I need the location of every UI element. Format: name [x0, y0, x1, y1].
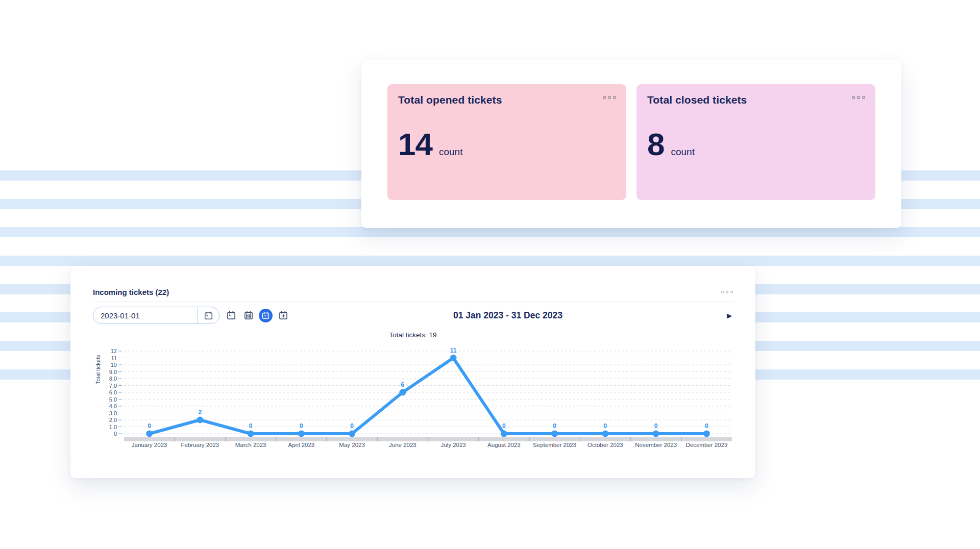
divider	[93, 301, 733, 302]
calendar-view-switcher	[224, 309, 290, 322]
incoming-card-header: Incoming tickets (22)	[93, 266, 733, 301]
stats-panel: Total opened tickets 14 count Total clos…	[361, 60, 901, 228]
stat-value-row: 8 count	[647, 129, 865, 160]
svg-text:March 2023: March 2023	[235, 442, 266, 448]
svg-text:0: 0	[604, 422, 607, 430]
line-chart: 1211109.08.07.06.05.04.03.02.01.00Total …	[93, 343, 733, 452]
svg-text:0: 0	[114, 431, 117, 437]
ellipsis-menu-icon[interactable]	[852, 94, 865, 101]
incoming-tickets-card: Incoming tickets (22)	[70, 266, 755, 478]
svg-text:0: 0	[502, 422, 506, 430]
svg-text:January 2023: January 2023	[132, 442, 167, 448]
svg-text:5.0: 5.0	[109, 396, 117, 403]
date-input[interactable]	[93, 311, 197, 320]
svg-text:2: 2	[199, 409, 202, 416]
svg-text:Total tickets: Total tickets	[95, 355, 101, 384]
next-period-arrow-icon[interactable]: ▶	[726, 312, 733, 319]
stat-value: 8	[647, 129, 664, 160]
svg-text:April 2023: April 2023	[288, 442, 314, 448]
svg-text:0: 0	[350, 422, 354, 430]
svg-text:0: 0	[148, 422, 151, 430]
svg-text:2.0: 2.0	[109, 417, 117, 423]
svg-text:0: 0	[249, 422, 253, 430]
svg-text:12: 12	[111, 348, 117, 354]
chart-controls-row: 01 Jan 2023 - 31 Dec 2023 ▶	[93, 306, 733, 325]
chart-area: 1211109.08.07.06.05.04.03.02.01.00Total …	[93, 343, 733, 454]
svg-text:11: 11	[111, 355, 117, 361]
calendar-add-icon[interactable]	[276, 309, 290, 322]
ellipsis-menu-icon[interactable]	[721, 289, 733, 295]
calendar-icon[interactable]	[198, 310, 219, 321]
calendar-day-icon[interactable]	[224, 309, 238, 322]
svg-text:6.0: 6.0	[109, 389, 117, 395]
svg-text:11: 11	[450, 347, 457, 354]
svg-text:6: 6	[401, 381, 405, 388]
svg-text:0: 0	[553, 422, 556, 430]
svg-text:1.0: 1.0	[109, 424, 117, 430]
svg-text:10: 10	[111, 362, 117, 368]
stat-card-closed: Total closed tickets 8 count	[636, 84, 875, 200]
svg-text:May 2023: May 2023	[339, 442, 365, 448]
calendar-week-icon[interactable]	[241, 309, 255, 322]
svg-text:9.0: 9.0	[109, 369, 117, 375]
svg-text:0: 0	[654, 422, 658, 430]
stat-card-header: Total closed tickets	[647, 94, 865, 106]
stat-value-row: 14 count	[398, 129, 616, 160]
incoming-card-title: Incoming tickets (22)	[93, 288, 169, 296]
svg-text:4.0: 4.0	[109, 403, 117, 409]
stat-card-title: Total closed tickets	[647, 94, 747, 106]
chart-subtitle: Total tickets: 19	[93, 331, 733, 341]
stat-unit-label: count	[439, 146, 462, 158]
svg-text:3.0: 3.0	[109, 410, 117, 416]
stat-card-opened: Total opened tickets 14 count	[387, 84, 626, 200]
stat-card-header: Total opened tickets	[398, 94, 616, 106]
calendar-month-icon[interactable]	[259, 309, 273, 322]
svg-text:7.0: 7.0	[109, 383, 117, 389]
svg-text:October 2023: October 2023	[587, 442, 623, 448]
date-range-title: 01 Jan 2023 - 31 Dec 2023	[290, 310, 726, 321]
svg-text:June 2023: June 2023	[389, 442, 416, 448]
stat-card-title: Total opened tickets	[398, 94, 502, 106]
svg-text:August 2023: August 2023	[487, 442, 521, 448]
date-picker	[93, 307, 219, 324]
svg-text:December 2023: December 2023	[685, 442, 727, 448]
svg-text:February 2023: February 2023	[181, 442, 219, 448]
stat-value: 14	[398, 129, 432, 160]
svg-text:8.0: 8.0	[109, 376, 117, 382]
svg-text:0: 0	[705, 422, 708, 430]
svg-text:September 2023: September 2023	[533, 442, 576, 448]
svg-text:November 2023: November 2023	[635, 442, 677, 448]
svg-text:0: 0	[300, 422, 303, 430]
ellipsis-menu-icon[interactable]	[603, 94, 616, 101]
svg-text:July 2023: July 2023	[441, 442, 466, 448]
stat-unit-label: count	[671, 146, 694, 158]
